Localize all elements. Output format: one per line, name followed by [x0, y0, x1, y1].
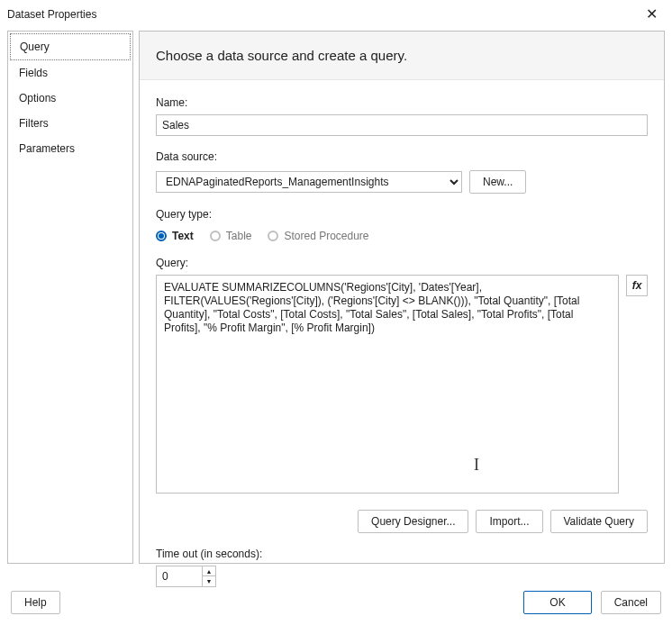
query-label: Query: [156, 257, 648, 269]
query-row: EVALUATE SUMMARIZECOLUMNS('Regions'[City… [156, 275, 648, 494]
window-title: Dataset Properties [7, 8, 96, 21]
radio-label: Stored Procedure [284, 230, 368, 242]
cancel-button[interactable]: Cancel [601, 591, 661, 614]
sidebar-item-label: Options [19, 92, 56, 104]
sidebar-item-options[interactable]: Options [10, 86, 131, 111]
name-label: Name: [156, 96, 648, 109]
timeout-label: Time out (in seconds): [156, 548, 648, 560]
fx-icon: fx [632, 279, 642, 292]
new-datasource-button[interactable]: New... [469, 170, 526, 194]
sidebar-item-label: Query [20, 41, 50, 53]
expression-button[interactable]: fx [626, 275, 648, 296]
main-panel: Choose a data source and create a query.… [139, 31, 665, 564]
title-bar: Dataset Properties ✕ [0, 0, 672, 25]
import-button[interactable]: Import... [476, 510, 542, 533]
sidebar-item-query[interactable]: Query [10, 33, 131, 60]
radio-inner-icon [159, 233, 164, 239]
sidebar-item-fields[interactable]: Fields [10, 60, 131, 86]
validate-query-button[interactable]: Validate Query [550, 510, 649, 533]
dialog-body: Query Fields Options Filters Parameters … [0, 25, 672, 569]
spinner-up-icon[interactable]: ▲ [203, 566, 215, 576]
form-area: Name: Data source: EDNAPaginatedReports_… [140, 80, 664, 598]
query-designer-button[interactable]: Query Designer... [358, 510, 468, 533]
footer-right: OK Cancel [523, 591, 661, 614]
sidebar-item-label: Fields [19, 67, 48, 79]
radio-outer-icon [156, 231, 167, 241]
query-textarea-wrap: EVALUATE SUMMARIZECOLUMNS('Regions'[City… [156, 275, 619, 494]
querytype-label: Query type: [156, 208, 648, 221]
datasource-label: Data source: [156, 150, 648, 163]
radio-label: Text [172, 230, 194, 242]
ok-button[interactable]: OK [523, 591, 591, 614]
querytype-text-radio[interactable]: Text [156, 230, 194, 242]
page-heading: Choose a data source and create a query. [140, 32, 664, 80]
help-button[interactable]: Help [11, 591, 60, 614]
radio-label: Table [226, 230, 252, 242]
name-input[interactable] [156, 114, 648, 136]
radio-outer-icon [210, 231, 221, 241]
close-icon[interactable]: ✕ [642, 7, 661, 22]
radio-outer-icon [268, 231, 278, 241]
query-actions-row: Query Designer... Import... Validate Que… [156, 510, 648, 533]
querytype-radio-group: Text Table Stored Procedure [156, 230, 648, 242]
sidebar-item-label: Filters [19, 117, 49, 130]
querytype-table-radio[interactable]: Table [210, 230, 252, 242]
dialog-footer: Help OK Cancel [0, 582, 672, 625]
query-textarea[interactable]: EVALUATE SUMMARIZECOLUMNS('Regions'[City… [157, 276, 618, 493]
nav-sidebar: Query Fields Options Filters Parameters [7, 31, 133, 564]
sidebar-item-parameters[interactable]: Parameters [10, 136, 131, 161]
datasource-select[interactable]: EDNAPaginatedReports_ManagementInsights [156, 171, 462, 193]
sidebar-item-label: Parameters [19, 142, 75, 155]
datasource-row: EDNAPaginatedReports_ManagementInsights … [156, 170, 648, 194]
querytype-stored-radio[interactable]: Stored Procedure [268, 230, 368, 242]
sidebar-item-filters[interactable]: Filters [10, 111, 131, 136]
